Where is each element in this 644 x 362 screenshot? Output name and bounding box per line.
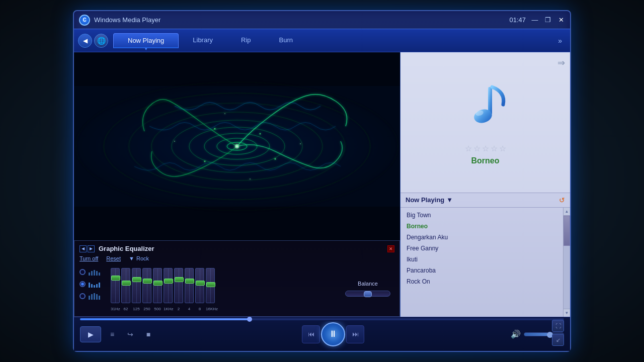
playlist-items: Big Town Borneo Dengarkan Aku Free Ganny… [400,208,563,317]
eq-slider-6[interactable] [174,268,183,303]
stop-button[interactable]: ■ [141,327,155,341]
playlist-item-1[interactable]: Borneo [400,221,563,232]
eq-close-button[interactable]: ✕ [387,245,394,252]
star-3[interactable]: ☆ [482,144,489,153]
next-button[interactable]: ⏭ [346,325,364,343]
eq-preset-dropdown[interactable]: ▼ Rock [129,255,149,261]
minimize-to-skin-button[interactable]: ↪ [123,327,137,341]
video-mode-button[interactable]: ▶ [80,326,101,342]
eq-slider-8[interactable] [195,268,204,303]
star-4[interactable]: ☆ [491,144,498,153]
eq-presets-left [79,265,103,311]
eq-radio-3[interactable] [79,293,86,299]
eq-slider-2[interactable] [132,268,141,303]
playlist-toggle-button[interactable]: ≡ [105,327,119,341]
svg-point-14 [204,161,206,162]
freq-label-5: 1KHz [164,307,173,311]
playlist-item-5[interactable]: Pancaroba [400,265,563,276]
eq-title-bar: ◀ ▶ Graphic Equalizer ✕ [79,245,394,252]
progress-bar-track[interactable] [80,318,564,320]
close-button[interactable]: ✕ [557,16,565,24]
tab-rip[interactable]: Rip [227,33,265,48]
eq-radio-1[interactable] [79,269,86,275]
svg-rect-26 [91,284,93,288]
eq-nav-buttons: ◀ ▶ [79,245,95,252]
eq-reset-button[interactable]: Reset [106,255,121,261]
playlist-dropdown-arrow: ▼ [446,196,453,204]
album-art [455,79,516,140]
playlist-content: Big Town Borneo Dengarkan Aku Free Ganny… [400,208,570,317]
compact-mode-button[interactable]: ↙ [552,334,564,346]
globe-button[interactable]: 🌐 [94,34,108,48]
eq-balance-label: Balance [358,281,378,287]
track-title: Borneo [471,156,500,165]
eq-prev-button[interactable]: ◀ [79,245,87,252]
tab-burn[interactable]: Burn [265,33,307,48]
eq-preset-row-1 [79,267,103,277]
eq-slider-4[interactable] [153,268,162,303]
playlist-item-2[interactable]: Dengarkan Aku [400,232,563,243]
nav-more-button[interactable]: » [554,35,566,47]
eq-balance-thumb[interactable] [364,291,372,297]
eq-preset-icon-1 [88,267,103,277]
volume-icon[interactable]: 🔊 [511,329,521,339]
playlist-scrollbar[interactable]: ▲ ▼ [563,208,570,317]
volume-fill [524,333,548,336]
playlist-item-3[interactable]: Free Ganny [400,243,563,254]
eq-slider-9[interactable] [206,268,215,303]
minimize-button[interactable]: — [531,16,539,24]
pause-button[interactable]: ⏸ [321,322,345,346]
prev-icon: ⏮ [308,330,314,338]
eq-preset-icon-3 [88,292,103,301]
back-button[interactable]: ◀ [78,34,92,48]
star-rating[interactable]: ☆ ☆ ☆ ☆ ☆ [465,144,506,153]
scrollbar-thumb[interactable] [564,216,570,246]
stop-icon: ■ [146,330,150,338]
previous-button[interactable]: ⏮ [302,325,320,343]
eq-balance-slider[interactable] [345,291,390,297]
left-panel: ◀ ▶ Graphic Equalizer ✕ Turn off Reset ▼… [74,52,400,317]
eq-slider-7[interactable] [185,268,194,303]
scrollbar-down[interactable]: ▼ [564,309,570,317]
tab-library[interactable]: Library [179,33,227,48]
playlist-title-label: Now Playing [406,196,444,204]
svg-rect-24 [99,273,100,276]
eq-next-button[interactable]: ▶ [88,245,95,252]
eq-slider-1[interactable] [121,268,130,303]
playlist-refresh-icon[interactable]: ↺ [559,196,565,204]
svg-rect-29 [99,283,100,288]
star-2[interactable]: ☆ [473,144,480,153]
eq-turnoff-button[interactable]: Turn off [79,255,98,261]
eq-controls: Turn off Reset ▼ Rock [79,255,394,261]
svg-rect-30 [89,296,90,300]
eq-freq-labels: 31Hz 62 125 250 500 1KHz 2 4 8 16KHz [109,307,335,311]
fullscreen-button[interactable]: ⛶ [552,320,564,332]
freq-label-4: 500 [153,307,162,311]
progress-thumb[interactable] [247,317,252,322]
svg-point-17 [300,143,301,144]
playlist-item-0[interactable]: Big Town [400,210,563,221]
scrollbar-up[interactable]: ▲ [564,208,570,216]
star-5[interactable]: ☆ [499,144,506,153]
eq-slider-5[interactable] [164,268,173,303]
svg-point-16 [174,141,175,142]
eq-radio-2[interactable] [79,281,86,287]
nav-arrow-right[interactable]: ⇒ [557,57,565,68]
tab-now-playing[interactable]: Now Playing [113,33,179,48]
playlist-item-6[interactable]: Rock On [400,276,563,287]
restore-button[interactable]: ❐ [544,16,552,24]
svg-rect-33 [96,294,98,300]
compact-icon: ↙ [556,337,560,343]
clock: 01:47 [509,16,526,24]
eq-slider-0[interactable] [111,268,120,303]
svg-rect-32 [94,293,95,300]
eq-slider-3[interactable] [142,268,151,303]
playlist-item-4[interactable]: Ikuti [400,254,563,265]
playlist-title-dropdown[interactable]: Now Playing ▼ [406,196,453,204]
svg-point-13 [260,133,261,135]
freq-label-1: 62 [121,307,130,311]
star-1[interactable]: ☆ [465,144,472,153]
eq-sliders-row [109,265,335,306]
freq-label-8: 8 [195,307,204,311]
window-title: Windows Media Player [94,16,160,24]
